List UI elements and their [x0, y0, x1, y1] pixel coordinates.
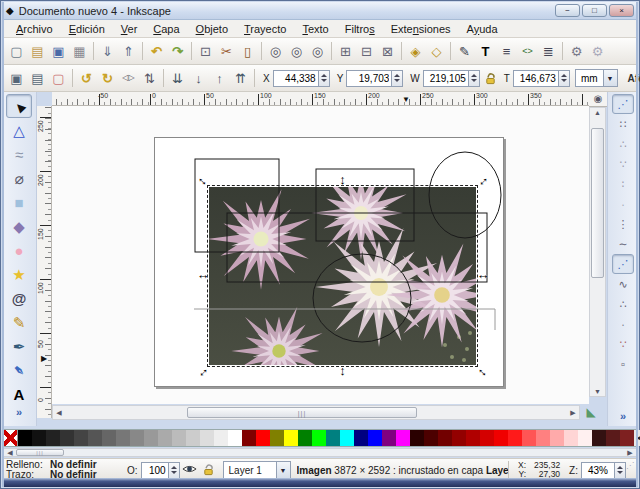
snap-bbox-centers-button[interactable]: ∙ [612, 194, 634, 214]
rectangle-tool[interactable]: ■ [6, 190, 32, 214]
layer-visibility-icon[interactable] [182, 463, 198, 477]
lower-to-bottom-button[interactable]: ⇊ [167, 68, 188, 89]
create-clone-button[interactable]: ⊟ [356, 41, 377, 62]
horizontal-scrollbar[interactable]: ◀ ||| ▶ [52, 405, 580, 420]
swatch-f00000[interactable] [494, 430, 508, 446]
select-all-button[interactable]: ▣ [6, 68, 27, 89]
swatch-666666[interactable] [102, 430, 116, 446]
swatch-fff0f0[interactable] [578, 430, 592, 446]
palette-scroll-thumb[interactable]: ||| [16, 449, 64, 456]
swatch-cccccc[interactable] [186, 430, 200, 446]
toolbox-overflow-button[interactable]: » [16, 406, 22, 418]
spiral-tool[interactable]: @ [6, 286, 32, 310]
flip-vertical-button[interactable]: ⇅ [139, 68, 160, 89]
swatch-333333[interactable] [60, 430, 74, 446]
swatch-ff8080[interactable] [536, 430, 550, 446]
tweak-tool[interactable]: ≈ [6, 142, 32, 166]
swatch-d40000[interactable] [480, 430, 494, 446]
swatch-800000[interactable] [242, 430, 256, 446]
swatch-dddddd[interactable] [200, 430, 214, 446]
handle-e[interactable]: ↔ [476, 269, 490, 283]
units-dropdown-arrow[interactable]: ▼ [603, 70, 617, 86]
handle-n[interactable]: ↕ [336, 174, 350, 188]
y-field[interactable] [346, 70, 392, 87]
zoom-page-button[interactable]: ◎ [307, 41, 328, 62]
snap-bbox-button[interactable]: ∷ [612, 114, 634, 134]
fill-stroke-indicator[interactable]: Relleno:No definir Trazo:No definir [6, 460, 124, 480]
width-spinner[interactable] [469, 70, 480, 87]
duplicate-button[interactable]: ⊞ [335, 41, 356, 62]
menu-objeto[interactable]: Objeto [188, 22, 236, 36]
swatch-000000[interactable] [18, 430, 32, 446]
snap-object-centers-button[interactable]: ∙ [612, 314, 634, 334]
snap-midpoints-button[interactable]: ∴ [612, 294, 634, 314]
swatch-2a0000[interactable] [410, 430, 424, 446]
scroll-down-arrow[interactable]: ▼ [590, 388, 605, 395]
redo-button[interactable]: ↷ [167, 41, 188, 62]
menu-capa[interactable]: Capa [145, 22, 187, 36]
zoom-field[interactable] [581, 462, 615, 479]
swatch-444444[interactable] [74, 430, 88, 446]
swatch-222222[interactable] [46, 430, 60, 446]
print-button[interactable]: ▦ [69, 41, 90, 62]
menu-edicion[interactable]: Edición [61, 22, 113, 36]
swatch-ff5555[interactable] [522, 430, 536, 446]
swatch-ff0000[interactable] [256, 430, 270, 446]
selector-tool[interactable]: ▲ [6, 94, 32, 118]
horizontal-scroll-thumb[interactable]: ||| [187, 407, 417, 418]
rotate-ccw-button[interactable]: ↺ [76, 68, 97, 89]
opacity-field[interactable] [141, 462, 169, 479]
minimize-button[interactable]: − [555, 4, 580, 17]
zoom-spinner[interactable] [615, 462, 626, 479]
swatch-7e2020[interactable] [620, 430, 634, 446]
vertical-scrollbar[interactable]: ▲ ▼ [589, 107, 606, 397]
paste-button[interactable]: ▯ [237, 41, 258, 62]
text-dialog-button[interactable]: T [475, 41, 496, 62]
color-managed-mode-icon[interactable]: ◣ [582, 405, 600, 421]
handle-s[interactable]: ↕ [336, 365, 350, 379]
snap-enable-button[interactable]: ⋰ [612, 94, 634, 114]
menu-extensiones[interactable]: Extensiones [383, 22, 459, 36]
swatch-4c0000[interactable] [424, 430, 438, 446]
close-button[interactable]: × [609, 4, 634, 17]
swatch-bbbbbb[interactable] [172, 430, 186, 446]
resize-grip[interactable]: ⋰ [626, 462, 634, 478]
scroll-up-arrow[interactable]: ▲ [590, 109, 605, 116]
swatch-008080[interactable] [326, 430, 340, 446]
star-tool[interactable]: ★ [6, 262, 32, 286]
select-all-layers-button[interactable]: ▤ [27, 68, 48, 89]
swatch-720000[interactable] [438, 430, 452, 446]
save-document-button[interactable]: ▣ [48, 41, 69, 62]
snap-nodes-button[interactable]: ⋮ [612, 214, 634, 234]
fill-stroke-dialog-button[interactable]: ✎ [454, 41, 475, 62]
snap-cusp-nodes-button[interactable]: ⋰ [612, 254, 634, 274]
flip-horizontal-button[interactable]: ◁▷ [118, 68, 139, 89]
rotate-cw-button[interactable]: ↻ [97, 68, 118, 89]
swatch-none[interactable] [4, 430, 18, 446]
swatch-ffd5d5[interactable] [564, 430, 578, 446]
swatch-930000[interactable] [452, 430, 466, 446]
handle-w[interactable]: ↔ [196, 269, 210, 283]
swatch-00ff00[interactable] [312, 430, 326, 446]
swatch-000080[interactable] [354, 430, 368, 446]
swatch-331111[interactable] [592, 430, 606, 446]
width-field[interactable] [423, 70, 469, 87]
menu-archivo[interactable]: Archivo [8, 22, 61, 36]
snap-bbox-edges-button[interactable]: ∴ [612, 134, 634, 154]
swatch-ffffff[interactable] [228, 430, 242, 446]
swatch-ff1a1a[interactable] [508, 430, 522, 446]
zoom-selection-button[interactable]: ◎ [265, 41, 286, 62]
text-tool[interactable]: A [6, 382, 32, 406]
height-spinner[interactable] [559, 70, 570, 87]
menu-trayecto[interactable]: Trayecto [236, 22, 294, 36]
snap-bbox-midpoints-button[interactable]: ∶ [612, 174, 634, 194]
lock-ratio-icon[interactable] [484, 71, 497, 85]
node-tool[interactable]: △ [6, 118, 32, 142]
cut-button[interactable]: ✂ [216, 41, 237, 62]
height-field[interactable] [513, 70, 559, 87]
palette-scroll-left-arrow[interactable]: ◀ [5, 449, 15, 457]
zoom-drawing-button[interactable]: ◎ [286, 41, 307, 62]
raise-to-top-button[interactable]: ⇈ [230, 68, 251, 89]
undo-button[interactable]: ↶ [146, 41, 167, 62]
bezier-tool[interactable]: ✒ [6, 334, 32, 358]
